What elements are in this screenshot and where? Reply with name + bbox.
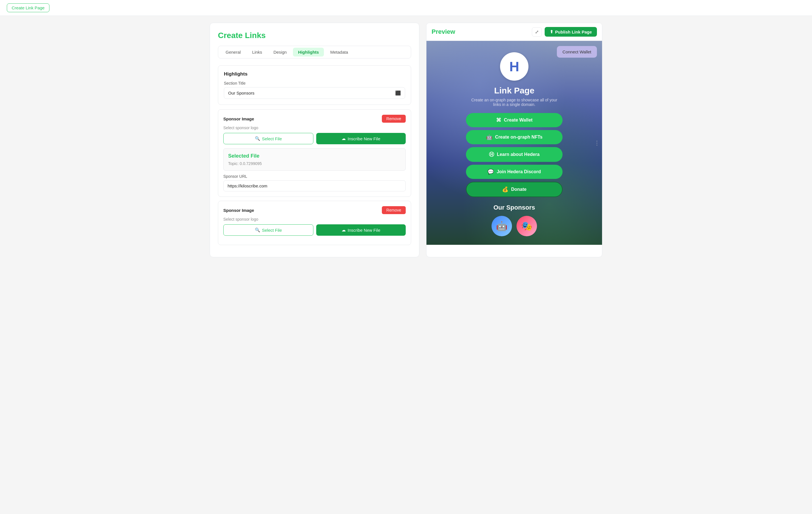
sponsor-url-label: Sponsor URL — [223, 174, 406, 179]
discord-icon: 💬 — [488, 169, 494, 175]
preview-card-wrapper: Connect Wallet H Link Page Create an on-… — [427, 41, 602, 245]
select-file-button-1[interactable]: 🔍 Select File — [223, 133, 313, 144]
tab-highlights[interactable]: Highlights — [293, 48, 324, 57]
top-bar: Create Link Page — [0, 0, 812, 16]
expand-button[interactable]: ⤢ — [532, 27, 542, 37]
nft-icon: 🤖 — [486, 134, 492, 140]
create-wallet-link-button[interactable]: ⌘ Create Wallet — [466, 113, 562, 127]
tab-links[interactable]: Links — [247, 48, 267, 57]
donate-icon: 💰 — [502, 186, 508, 192]
sponsor-header-2: Sponsor Image Remove — [223, 206, 406, 214]
connect-wallet-button[interactable]: Connect Wallet — [557, 46, 597, 58]
sponsors-section-title: Our Sponsors — [433, 204, 595, 211]
cloud-icon-2: ☁ — [342, 228, 346, 233]
panel-title: Create Links — [218, 31, 411, 40]
sponsor-url-input[interactable] — [223, 180, 406, 191]
sponsors-section: Our Sponsors 🤖 🎭 — [433, 204, 595, 236]
sponsor-header-1: Sponsor Image Remove — [223, 115, 406, 123]
link-page-description: Create an on-graph page to showcase all … — [469, 98, 560, 107]
create-link-page-button[interactable]: Create Link Page — [7, 3, 50, 12]
sponsor-logo-2: 🎭 — [517, 216, 537, 236]
hedera-icon: Ⓗ — [489, 151, 494, 158]
inscribe-new-file-button-1[interactable]: ☁ Inscribe New File — [316, 133, 406, 144]
preview-content: H Link Page Create an on-graph page to s… — [427, 41, 602, 245]
search-icon-2: 🔍 — [255, 228, 260, 233]
select-logo-label-2: Select sponsor logo — [223, 217, 406, 221]
scroll-indicator: ⋮ — [594, 140, 600, 146]
avatar-circle: H — [500, 52, 528, 81]
publish-label: Publish Link Page — [555, 30, 592, 34]
input-icon: ⬛ — [395, 90, 401, 96]
avatar-letter: H — [510, 59, 519, 74]
selected-file-box: Selected File Topic: 0.0.7299095 — [223, 148, 406, 171]
learn-hedera-link-label: Learn about Hedera — [497, 152, 540, 157]
sponsor-block-2: Sponsor Image Remove Select sponsor logo… — [218, 201, 411, 245]
sponsor-label-2: Sponsor Image — [223, 208, 254, 213]
tabs-bar: General Links Design Highlights Metadata — [218, 46, 411, 59]
join-discord-link-button[interactable]: 💬 Join Hedera Discord — [466, 165, 562, 179]
upload-icon: ⬆ — [550, 29, 553, 34]
link-page-title: Link Page — [494, 86, 534, 95]
create-nft-link-button[interactable]: 🤖 Create on-graph NFTs — [466, 130, 562, 144]
selected-file-topic: Topic: 0.0.7299095 — [228, 161, 401, 166]
select-file-label-1: Select File — [262, 136, 282, 141]
file-buttons-2: 🔍 Select File ☁ Inscribe New File — [223, 224, 406, 236]
sponsor-block-1: Sponsor Image Remove Select sponsor logo… — [218, 109, 411, 197]
remove-sponsor-1-button[interactable]: Remove — [382, 115, 406, 123]
publish-link-page-button[interactable]: ⬆ Publish Link Page — [545, 27, 597, 37]
tab-general[interactable]: General — [221, 48, 246, 57]
donate-link-label: Donate — [511, 187, 526, 192]
sponsor-label-1: Sponsor Image — [223, 116, 254, 121]
inscribe-label-2: Inscribe New File — [347, 228, 380, 233]
tab-design[interactable]: Design — [268, 48, 292, 57]
sponsor-logo-1: 🤖 — [492, 216, 512, 236]
inscribe-label-1: Inscribe New File — [347, 136, 380, 141]
section-title-input-wrapper: ⬛ — [224, 87, 405, 99]
main-layout: Create Links General Links Design Highli… — [203, 16, 609, 264]
section-title-input[interactable] — [228, 91, 395, 95]
search-icon: 🔍 — [255, 136, 260, 141]
select-file-label-2: Select File — [262, 228, 282, 233]
left-panel: Create Links General Links Design Highli… — [210, 23, 419, 257]
file-buttons-1: 🔍 Select File ☁ Inscribe New File — [223, 133, 406, 144]
learn-hedera-link-button[interactable]: Ⓗ Learn about Hedera — [466, 147, 562, 162]
select-logo-label-1: Select sponsor logo — [223, 125, 406, 130]
preview-header-actions: ⤢ ⬆ Publish Link Page — [532, 27, 597, 37]
create-wallet-icon: ⌘ — [496, 117, 501, 123]
select-file-button-2[interactable]: 🔍 Select File — [223, 224, 313, 236]
create-wallet-link-label: Create Wallet — [504, 118, 533, 123]
highlights-section: Highlights Section Title ⬛ — [218, 65, 411, 105]
preview-title: Preview — [432, 28, 455, 35]
inscribe-new-file-button-2[interactable]: ☁ Inscribe New File — [316, 224, 406, 236]
donate-link-button[interactable]: 💰 Donate — [466, 182, 562, 197]
cloud-icon-1: ☁ — [342, 136, 346, 141]
selected-file-title: Selected File — [228, 153, 401, 159]
section-title-field-label: Section Title — [224, 81, 405, 86]
sponsors-logos: 🤖 🎭 — [433, 216, 595, 236]
preview-header: Preview ⤢ ⬆ Publish Link Page — [427, 23, 602, 41]
tab-metadata[interactable]: Metadata — [325, 48, 353, 57]
right-panel: Preview ⤢ ⬆ Publish Link Page Connect Wa… — [426, 23, 602, 257]
create-nft-link-label: Create on-graph NFTs — [495, 134, 543, 140]
highlights-section-title: Highlights — [224, 71, 405, 77]
remove-sponsor-2-button[interactable]: Remove — [382, 206, 406, 214]
join-discord-link-label: Join Hedera Discord — [497, 169, 541, 174]
link-buttons-list: ⌘ Create Wallet 🤖 Create on-graph NFTs Ⓗ… — [466, 113, 562, 197]
